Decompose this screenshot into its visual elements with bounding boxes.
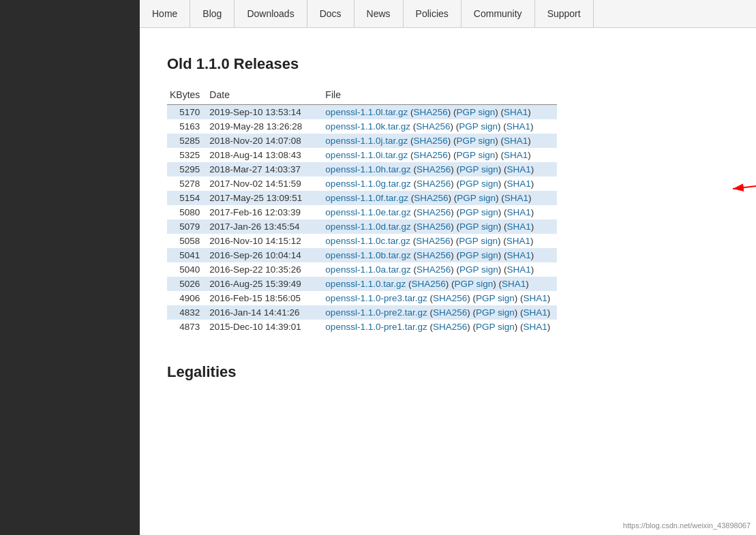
sha256-link[interactable]: SHA256 bbox=[417, 207, 451, 217]
main-content: Home Blog Downloads Docs News Policies C… bbox=[140, 0, 756, 535]
sha1-link[interactable]: SHA1 bbox=[506, 236, 530, 246]
sha1-link[interactable]: SHA1 bbox=[507, 164, 531, 174]
file-link[interactable]: openssl-1.1.0h.tar.gz bbox=[325, 164, 410, 174]
nav-community[interactable]: Community bbox=[462, 0, 535, 27]
pgp-link[interactable]: PGP sign bbox=[459, 179, 498, 189]
sha256-link[interactable]: SHA256 bbox=[417, 250, 451, 260]
file-link[interactable]: openssl-1.1.0j.tar.gz bbox=[325, 136, 408, 146]
sha1-link[interactable]: SHA1 bbox=[507, 221, 531, 232]
cell-kbytes: 5325 bbox=[167, 148, 207, 162]
pgp-link[interactable]: PGP sign bbox=[459, 221, 498, 232]
cell-file: openssl-1.1.0g.tar.gz (SHA256) (PGP sign… bbox=[322, 177, 557, 191]
pgp-link[interactable]: PGP sign bbox=[456, 107, 495, 117]
pgp-link[interactable]: PGP sign bbox=[457, 193, 496, 203]
section-title: Old 1.1.0 Releases bbox=[167, 55, 729, 73]
cell-file: openssl-1.1.0l.tar.gz (SHA256) (PGP sign… bbox=[322, 105, 557, 120]
cell-kbytes: 5058 bbox=[167, 234, 207, 248]
sha1-link[interactable]: SHA1 bbox=[504, 107, 528, 117]
file-link[interactable]: openssl-1.1.0-pre3.tar.gz bbox=[325, 293, 427, 303]
nav-policies[interactable]: Policies bbox=[404, 0, 462, 27]
table-row: 51702019-Sep-10 13:53:14openssl-1.1.0l.t… bbox=[167, 105, 557, 120]
file-link[interactable]: openssl-1.1.0f.tar.gz bbox=[325, 193, 408, 203]
sha256-link[interactable]: SHA256 bbox=[413, 136, 447, 146]
file-link[interactable]: openssl-1.1.0i.tar.gz bbox=[325, 150, 408, 160]
table-row: 52952018-Mar-27 14:03:37openssl-1.1.0h.t… bbox=[167, 162, 557, 177]
pgp-link[interactable]: PGP sign bbox=[459, 236, 498, 246]
nav-home[interactable]: Home bbox=[140, 0, 190, 27]
cell-kbytes: 5154 bbox=[167, 191, 207, 205]
pgp-link[interactable]: PGP sign bbox=[476, 293, 515, 303]
nav-support[interactable]: Support bbox=[535, 0, 594, 27]
pgp-link[interactable]: PGP sign bbox=[476, 322, 515, 332]
pgp-link[interactable]: PGP sign bbox=[456, 136, 495, 146]
sha256-link[interactable]: SHA256 bbox=[433, 322, 467, 332]
sha256-link[interactable]: SHA256 bbox=[413, 150, 447, 160]
pgp-link[interactable]: PGP sign bbox=[459, 264, 498, 275]
cell-kbytes: 4906 bbox=[167, 291, 207, 305]
sha1-link[interactable]: SHA1 bbox=[507, 207, 531, 217]
col-date: Date bbox=[207, 87, 322, 105]
cell-file: openssl-1.1.0h.tar.gz (SHA256) (PGP sign… bbox=[322, 162, 557, 177]
sha256-link[interactable]: SHA256 bbox=[433, 293, 467, 303]
sha1-link[interactable]: SHA1 bbox=[524, 293, 547, 303]
cell-file: openssl-1.1.0k.tar.gz (SHA256) (PGP sign… bbox=[322, 119, 557, 134]
file-link[interactable]: openssl-1.1.0.tar.gz bbox=[325, 279, 406, 289]
pgp-link[interactable]: PGP sign bbox=[459, 250, 498, 260]
pgp-link[interactable]: PGP sign bbox=[454, 279, 493, 289]
cell-file: openssl-1.1.0-pre3.tar.gz (SHA256) (PGP … bbox=[322, 291, 557, 305]
sha256-link[interactable]: SHA256 bbox=[417, 164, 451, 174]
file-link[interactable]: openssl-1.1.0b.tar.gz bbox=[325, 250, 410, 260]
sha256-link[interactable]: SHA256 bbox=[416, 121, 450, 132]
sha256-link[interactable]: SHA256 bbox=[417, 264, 451, 275]
sha1-link[interactable]: SHA1 bbox=[506, 121, 530, 132]
sha256-link[interactable]: SHA256 bbox=[417, 179, 451, 189]
file-link[interactable]: openssl-1.1.0-pre1.tar.gz bbox=[325, 322, 427, 332]
cell-date: 2016-Feb-15 18:56:05 bbox=[207, 291, 322, 305]
sha1-link[interactable]: SHA1 bbox=[507, 250, 531, 260]
file-link[interactable]: openssl-1.1.0d.tar.gz bbox=[325, 221, 410, 232]
cell-date: 2019-May-28 13:26:28 bbox=[207, 119, 322, 134]
file-link[interactable]: openssl-1.1.0-pre2.tar.gz bbox=[325, 307, 427, 318]
table-row: 50792017-Jan-26 13:45:54openssl-1.1.0d.t… bbox=[167, 219, 557, 234]
pgp-link[interactable]: PGP sign bbox=[456, 150, 495, 160]
sha1-link[interactable]: SHA1 bbox=[504, 136, 528, 146]
file-link[interactable]: openssl-1.1.0e.tar.gz bbox=[325, 207, 410, 217]
cell-file: openssl-1.1.0-pre1.tar.gz (SHA256) (PGP … bbox=[322, 320, 557, 334]
cell-kbytes: 5040 bbox=[167, 262, 207, 277]
sha256-link[interactable]: SHA256 bbox=[433, 307, 467, 318]
sha1-link[interactable]: SHA1 bbox=[524, 307, 547, 318]
nav-news[interactable]: News bbox=[354, 0, 404, 27]
cell-file: openssl-1.1.0c.tar.gz (SHA256) (PGP sign… bbox=[322, 234, 557, 248]
file-link[interactable]: openssl-1.1.0c.tar.gz bbox=[325, 236, 410, 246]
file-link[interactable]: openssl-1.1.0a.tar.gz bbox=[325, 264, 410, 275]
navigation: Home Blog Downloads Docs News Policies C… bbox=[140, 0, 756, 28]
pgp-link[interactable]: PGP sign bbox=[459, 164, 498, 174]
nav-docs[interactable]: Docs bbox=[307, 0, 354, 27]
sha256-link[interactable]: SHA256 bbox=[417, 221, 451, 232]
pgp-link[interactable]: PGP sign bbox=[459, 207, 498, 217]
sha1-link[interactable]: SHA1 bbox=[524, 322, 547, 332]
pgp-link[interactable]: PGP sign bbox=[476, 307, 515, 318]
cell-date: 2016-Nov-10 14:15:12 bbox=[207, 234, 322, 248]
file-link[interactable]: openssl-1.1.0g.tar.gz bbox=[325, 179, 410, 189]
sha1-link[interactable]: SHA1 bbox=[507, 264, 531, 275]
cell-kbytes: 5163 bbox=[167, 119, 207, 134]
pgp-link[interactable]: PGP sign bbox=[459, 121, 498, 132]
sha1-link[interactable]: SHA1 bbox=[504, 150, 528, 160]
cell-date: 2016-Jan-14 14:41:26 bbox=[207, 305, 322, 320]
sha256-link[interactable]: SHA256 bbox=[416, 236, 450, 246]
col-kbytes: KBytes bbox=[167, 87, 207, 105]
sha256-link[interactable]: SHA256 bbox=[414, 193, 448, 203]
sha1-link[interactable]: SHA1 bbox=[504, 193, 528, 203]
file-link[interactable]: openssl-1.1.0l.tar.gz bbox=[325, 107, 408, 117]
sha1-link[interactable]: SHA1 bbox=[507, 179, 531, 189]
cell-date: 2018-Mar-27 14:03:37 bbox=[207, 162, 322, 177]
svg-line-1 bbox=[733, 181, 756, 189]
sha256-link[interactable]: SHA256 bbox=[411, 279, 445, 289]
table-row: 50262016-Aug-25 15:39:49openssl-1.1.0.ta… bbox=[167, 277, 557, 291]
nav-blog[interactable]: Blog bbox=[190, 0, 235, 27]
sha1-link[interactable]: SHA1 bbox=[502, 279, 526, 289]
sha256-link[interactable]: SHA256 bbox=[413, 107, 447, 117]
file-link[interactable]: openssl-1.1.0k.tar.gz bbox=[325, 121, 410, 132]
nav-downloads[interactable]: Downloads bbox=[235, 0, 307, 27]
